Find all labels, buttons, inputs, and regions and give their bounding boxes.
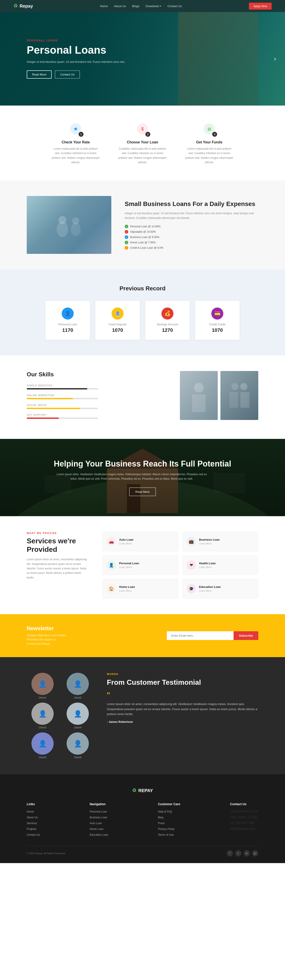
footer-care-faq[interactable]: Help & FAQ bbox=[158, 810, 172, 813]
skill-simple-websites-bar-bg bbox=[27, 388, 98, 390]
svg-rect-8 bbox=[229, 392, 238, 408]
avatar-client2[interactable]: 👤 Client2 bbox=[62, 673, 94, 699]
svg-rect-5 bbox=[192, 395, 205, 412]
home-loan-info: Home Loan Learn More bbox=[119, 585, 135, 592]
education-loan-sub[interactable]: Learn More bbox=[199, 589, 221, 592]
avatar-client3[interactable]: 👤 Client3 bbox=[27, 703, 58, 729]
nav-contact[interactable]: Contact Us bbox=[167, 5, 182, 8]
footer-nav-list: Personal Loan Business Loan Auto Loan Ho… bbox=[90, 810, 108, 837]
social-twitter-icon[interactable]: t bbox=[235, 850, 241, 856]
skill-social-media: SOCIAL MEDIA bbox=[27, 404, 167, 409]
footer-nav-auto[interactable]: Auto Loan bbox=[90, 822, 102, 825]
apply-now-button[interactable]: Apply Now bbox=[249, 3, 272, 10]
avatar-client4[interactable]: 👤 Client4 bbox=[62, 703, 94, 729]
savings-icon: 💰 bbox=[161, 307, 174, 320]
fixed-deposit-number: 1070 bbox=[100, 327, 134, 333]
about-image bbox=[27, 196, 111, 254]
newsletter-subscribe-button[interactable]: Subscribe bbox=[234, 631, 258, 640]
about-list-item-1: ✓ Personal Loan @ 14.90% bbox=[125, 225, 258, 228]
social-linkedin-icon[interactable]: in bbox=[244, 850, 250, 856]
auto-loan-sub[interactable]: Learn More bbox=[119, 542, 134, 545]
nav-menu: Home About Us Blogs Drawdown▾ Contact Us bbox=[100, 4, 182, 8]
home-loan-sub[interactable]: Learn More bbox=[119, 589, 135, 592]
skill-simple-websites-bar bbox=[27, 388, 87, 390]
footer-contact-title: Contact Us bbox=[230, 802, 258, 806]
step-2-title: Choose Your Loan bbox=[118, 140, 167, 144]
avatar-placeholder-2: 👤 bbox=[67, 673, 89, 695]
footer-care-terms[interactable]: Terms of Use bbox=[158, 833, 174, 836]
footer-care-privacy[interactable]: Privacy Policy bbox=[158, 827, 175, 830]
step-1-desc: Lorem malesuada elit ut ante pretium sed… bbox=[51, 146, 100, 165]
personal-loan-info: Personal Loan Learn More bbox=[119, 562, 139, 568]
footer-col-contact: Contact Us 123 Business Ave City, State … bbox=[230, 802, 258, 837]
avatar-client1[interactable]: 👤 Client1 bbox=[27, 673, 58, 699]
avatar-client5[interactable]: 👤 Client5 bbox=[27, 732, 58, 759]
newsletter-email-input[interactable] bbox=[167, 631, 234, 640]
nav-drawdown[interactable]: Drawdown▾ bbox=[146, 5, 161, 8]
service-card-business-loan[interactable]: 💼 Business Loan Learn More bbox=[182, 532, 258, 551]
nav-about[interactable]: About Us bbox=[114, 5, 126, 8]
footer: ♻ REPAY Links Home About Us Services Pro… bbox=[0, 774, 285, 863]
health-loan-icon: ❤ bbox=[186, 560, 196, 570]
footer-care-title: Customer Care bbox=[158, 802, 180, 806]
avatar-client6[interactable]: 👤 Client6 bbox=[62, 732, 94, 759]
hero-tag: PERSONAL LOANS bbox=[27, 39, 125, 42]
step-2: $ 2 Choose Your Loan Curabitur malesuada… bbox=[118, 121, 167, 165]
footer-logo[interactable]: ♻ REPAY bbox=[132, 788, 153, 794]
step-2-desc: Curabitur malesuada elit ut ante pretium… bbox=[118, 146, 167, 165]
footer-contact-list: 123 Business Ave City, State 12345 +1 23… bbox=[230, 810, 258, 831]
footer-links-list: Home About Us Services Projects Contact … bbox=[27, 810, 40, 837]
check-icon-2: ✓ bbox=[125, 230, 128, 234]
health-loan-sub[interactable]: Learn More bbox=[199, 566, 215, 568]
social-facebook-icon[interactable]: f bbox=[227, 850, 233, 856]
step-3-icon-wrap: ▤ 3 bbox=[202, 121, 217, 137]
personal-loan-sub[interactable]: Learn More bbox=[119, 566, 139, 568]
step-3: ▤ 3 Get Your Funds Lorem malesuada elit … bbox=[185, 121, 234, 165]
nav-home[interactable]: Home bbox=[100, 5, 108, 8]
footer-link-contact[interactable]: Contact Us bbox=[27, 833, 40, 836]
avatar-placeholder-5: 👤 bbox=[32, 732, 54, 755]
services-description: Lorem ipsum dolor sit amet, consectetur … bbox=[27, 557, 89, 580]
about-list: ✓ Personal Loan @ 14.90% ✓ Adjustable @ … bbox=[125, 225, 258, 250]
footer-care-list: Help & FAQ Blog Press Privacy Policy Ter… bbox=[158, 810, 180, 837]
footer-care-blog[interactable]: Blog bbox=[158, 816, 163, 819]
svg-point-3 bbox=[72, 217, 79, 224]
business-loan-info: Business Loan Learn More bbox=[199, 538, 220, 545]
footer-link-home[interactable]: Home bbox=[27, 810, 34, 813]
footer-link-services[interactable]: Services bbox=[27, 822, 37, 825]
how-it-works-section: ★ 1 Check Your Rate Lorem malesuada elit… bbox=[0, 105, 285, 180]
footer-columns: Links Home About Us Services Projects Co… bbox=[27, 802, 258, 837]
footer-care-press[interactable]: Press bbox=[158, 822, 165, 825]
skill-support-bar bbox=[27, 417, 59, 419]
footer-nav-home[interactable]: Home Loan bbox=[90, 827, 103, 830]
hero-content: PERSONAL LOANS Personal Loans Integer ut… bbox=[0, 39, 125, 79]
service-card-education-loan[interactable]: 🎓 Education Loan Learn More bbox=[182, 579, 258, 598]
brand-logo[interactable]: ♻ Repay bbox=[13, 3, 33, 9]
nav-blogs[interactable]: Blogs bbox=[132, 5, 139, 8]
footer-link-projects[interactable]: Projects bbox=[27, 827, 36, 830]
svg-point-1 bbox=[58, 216, 66, 224]
footer-col-customer-care: Customer Care Help & FAQ Blog Press Priv… bbox=[158, 802, 180, 837]
footer-nav-business[interactable]: Business Loan bbox=[90, 816, 107, 819]
service-card-home-loan[interactable]: 🏠 Home Loan Learn More bbox=[102, 579, 178, 598]
hero-next-arrow[interactable]: › bbox=[274, 55, 276, 62]
banner-read-more-button[interactable]: Read More bbox=[129, 487, 156, 496]
step-1: ★ 1 Check Your Rate Lorem malesuada elit… bbox=[51, 121, 100, 165]
business-loan-sub[interactable]: Learn More bbox=[199, 542, 220, 545]
service-card-health-loan[interactable]: ❤ Health Loan Learn More bbox=[182, 555, 258, 575]
skill-simple-websites: SIMPLE WEBSITES bbox=[27, 384, 167, 390]
previous-record-title: Previous Record bbox=[27, 285, 258, 292]
footer-nav-education[interactable]: Education Loan bbox=[90, 833, 108, 836]
hero-read-more-button[interactable]: Read More bbox=[27, 70, 52, 79]
footer-nav-title: Navigation bbox=[90, 802, 108, 806]
social-googleplus-icon[interactable]: g+ bbox=[252, 850, 258, 856]
footer-nav-personal[interactable]: Personal Loan bbox=[90, 810, 107, 813]
hero-contact-button[interactable]: Contact Us bbox=[55, 70, 80, 79]
footer-link-about[interactable]: About Us bbox=[27, 816, 38, 819]
service-card-personal-loan[interactable]: 👤 Personal Loan Learn More bbox=[102, 555, 178, 575]
avatar-label-4: Client4 bbox=[74, 726, 81, 729]
svg-point-4 bbox=[194, 383, 204, 393]
credit-cards-number: 1070 bbox=[201, 327, 234, 333]
check-icon-4: ✓ bbox=[125, 241, 128, 244]
service-card-auto-loan[interactable]: 🚗 Auto Loan Learn More bbox=[102, 532, 178, 551]
